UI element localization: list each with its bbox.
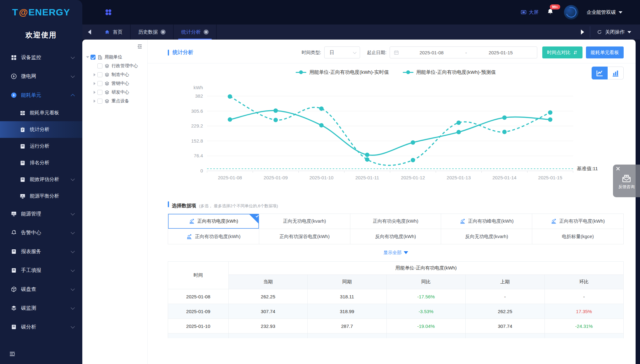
apps-grid-icon[interactable] [104,8,112,16]
data-item-7[interactable]: 反向有功电度(kWh) [350,229,441,244]
tree-root-label: 用能单位 [105,54,122,60]
data-item-label: 反向无功电度(kvarh) [465,234,508,240]
sidebar-item-11[interactable]: 报表服务 [0,242,82,261]
legend-item-1[interactable]: 用能单位-正向有功电度(kWh)-预测值 [403,69,496,76]
checkbox[interactable] [97,90,102,95]
svg-text:0: 0 [200,168,203,173]
sidebar-item-label: 排名分析 [30,160,49,166]
table-row: 2025-01-10232.93287.7-19.04%307.74-24.31… [168,319,624,334]
date-start-value[interactable]: 2025-01-08 [399,50,464,55]
checkbox-checked[interactable] [90,55,96,60]
cell-value: 262.25 [228,289,307,304]
logo-text-rest: ENERGY [28,7,70,18]
date-end-value[interactable]: 2025-01-15 [468,50,533,55]
checkbox[interactable] [97,72,102,77]
sidebar-item-10[interactable]: 告警中心 [0,223,82,242]
tab-0[interactable]: 历史数据 [131,24,174,40]
sidebar-item-9[interactable]: 能源管理 [0,204,82,223]
sidebar-item-3[interactable]: 能耗单元看板 [0,105,82,121]
tab-home[interactable]: 首页 [97,24,131,40]
envelope-icon [621,173,632,183]
sidebar-item-14[interactable]: 碳监测 [0,299,82,318]
data-item-5[interactable]: 正向有功谷电度(kWh) [168,229,259,244]
feedback-widget[interactable]: 反馈咨询 [613,165,640,197]
cell-value: - [466,289,544,304]
bar-chart-toggle-button[interactable] [608,67,624,79]
data-item-9[interactable]: 电折标量(kgce) [532,229,623,244]
tabs-forward-button[interactable] [575,24,590,40]
sidebar-item-12[interactable]: 手工填报 [0,261,82,280]
tab-close-icon[interactable] [161,30,166,35]
date-range-picker[interactable]: 2025-01-08 - 2025-01-15 [390,46,537,58]
org-dropdown[interactable]: 企业能管双碳 [587,9,622,16]
date-range-label: 起止日期: [367,50,386,56]
page-scrollbar[interactable] [636,40,640,364]
refresh-icon [597,29,602,35]
sidebar-item-6[interactable]: 排名分析 [0,155,82,171]
chevron-down-icon [71,211,75,215]
tree-item-1[interactable]: 制造中心 [87,70,145,79]
line-chart-toggle-button[interactable] [592,67,608,79]
date-separator: - [464,50,468,55]
sidebar-item-0[interactable]: 设备监控 [0,48,82,67]
sidebar-item-7[interactable]: 能效评估分析 [0,171,82,188]
chevron-down-icon [71,306,75,310]
sidebar-item-label: 统计分析 [30,126,49,133]
avatar[interactable] [564,5,578,19]
data-item-2[interactable]: 正向有功尖电度(kWh) [350,214,441,229]
legend-item-0[interactable]: 用能单位-正向有功电度(kWh)-实时值 [296,69,389,76]
sidebar-item-label: 碳盘查 [21,286,36,293]
sidebar: T@ENERGY 欢迎使用 设备监控微电网能耗单元能耗单元看板统计分析运行分析排… [0,0,82,364]
sidebar-item-label: 能耗单元看板 [30,110,59,116]
caret-icon[interactable] [94,82,96,85]
checkbox[interactable] [97,63,102,68]
tree-item-0[interactable]: 行政管理中心 [87,62,145,70]
collapse-panel-icon[interactable] [137,43,143,50]
sidebar-item-8[interactable]: 能源平衡分析 [0,188,82,204]
cube-icon [11,286,17,292]
sidebar-item-15[interactable]: 碳分析 [0,318,82,336]
big-screen-button[interactable]: 大屏 [521,9,539,16]
tree-item-4[interactable]: 重点设备 [87,97,145,106]
sidebar-item-1[interactable]: 微电网 [0,67,82,86]
close-operations-dropdown[interactable]: 关闭操作 [590,24,640,40]
title-accent-bar [168,201,169,207]
tab-close-icon[interactable] [204,30,209,35]
checkbox[interactable] [97,81,102,86]
tree-root-row[interactable]: 用能单位 [87,53,145,62]
sidebar-item-4[interactable]: 统计分析 [0,121,82,138]
tab-1[interactable]: 统计分析 [174,24,217,40]
data-item-8[interactable]: 反向无功电度(kvarh) [441,229,532,244]
data-item-1[interactable]: 正向无功电度(kvarh) [259,214,350,229]
collapse-sidebar-icon[interactable] [9,350,16,357]
caret-icon[interactable] [86,56,89,58]
sidebar-item-label: 报表服务 [21,248,41,255]
show-all-toggle[interactable]: 显示全部 [168,250,624,256]
data-item-6[interactable]: 正向有功深谷电度(kWh) [259,229,350,244]
caret-icon[interactable] [94,100,96,103]
svg-text:2025-01-13: 2025-01-13 [447,175,471,180]
book-icon [11,324,17,330]
main-area: 用能单位行政管理中心制造中心营销中心研发中心重点设备 统计分析 时间类型: 日 [82,40,640,364]
tabs-back-button[interactable] [82,24,97,40]
caret-icon[interactable] [94,91,96,94]
close-icon[interactable] [616,166,620,171]
checkbox[interactable] [97,99,102,104]
sidebar-item-13[interactable]: 碳盘查 [0,280,82,299]
data-item-0[interactable]: 正向有功电度(kWh) [168,214,259,229]
data-item-4[interactable]: 正向有功平电度(kWh) [532,214,623,229]
time-type-select[interactable]: 日 [324,46,360,58]
time-point-compare-button[interactable]: 时间点对比 [542,46,583,58]
board-button-label: 能耗单元看板 [591,50,619,56]
sidebar-item-5[interactable]: 运行分析 [0,138,82,155]
tree-item-3[interactable]: 研发中心 [87,88,145,97]
tree-item-2[interactable]: 营销中心 [87,79,145,88]
energy-unit-board-button[interactable]: 能耗单元看板 [586,46,624,58]
caret-icon[interactable] [94,73,96,76]
sidebar-menu: 设备监控微电网能耗单元能耗单元看板统计分析运行分析排名分析能效评估分析能源平衡分… [0,48,82,344]
data-item-3[interactable]: 正向有功峰电度(kWh) [441,214,532,229]
notification-button[interactable]: 99+ [547,8,554,17]
feedback-label: 反馈咨询 [613,184,640,190]
logo-at-icon: @ [19,7,28,18]
sidebar-item-2[interactable]: 能耗单元 [0,86,82,105]
